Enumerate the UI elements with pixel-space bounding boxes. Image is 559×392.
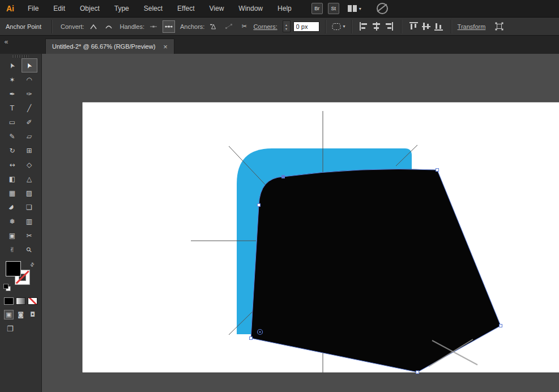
handles-show-icon <box>165 24 173 29</box>
transform-link[interactable]: Transform <box>458 23 486 30</box>
swap-fill-stroke-icon[interactable]: ⇄ <box>29 261 36 268</box>
convert-to-corner-button[interactable] <box>87 20 100 33</box>
fill-swatch[interactable] <box>6 261 21 276</box>
cut-path-button[interactable]: ✂ <box>238 20 250 33</box>
none-button[interactable] <box>28 297 37 305</box>
color-button[interactable] <box>4 297 14 305</box>
handles-hide-icon <box>150 24 157 29</box>
align-horizontal-left-icon <box>360 22 368 31</box>
width-icon: ↔ <box>9 161 15 169</box>
menu-item-object[interactable]: Object <box>72 0 107 17</box>
free-transform-tool[interactable]: ◇ <box>22 157 37 172</box>
column-graph-tool[interactable]: ▥ <box>22 214 37 228</box>
magic-wand-icon: ✶ <box>9 76 15 84</box>
screen-mode-button[interactable]: ❐ <box>7 325 14 333</box>
rectangle-tool[interactable]: ▭ <box>5 115 20 129</box>
selection-tool[interactable]: ➤ <box>5 58 20 73</box>
line-segment-tool[interactable]: ╱ <box>22 101 37 115</box>
draw-normal-button[interactable]: ▣ <box>4 310 14 319</box>
gpu-status-icon[interactable] <box>377 3 388 14</box>
anchors-label: Anchors: <box>180 23 204 30</box>
menu-item-window[interactable]: Window <box>231 0 270 17</box>
eyedropper-tool[interactable]: ◗ <box>5 200 20 214</box>
blend-tool[interactable]: ❏ <box>22 200 37 214</box>
width-tool[interactable]: ↔ <box>5 157 20 172</box>
toolbar-grip[interactable] <box>12 55 29 58</box>
collapse-panels-chevron[interactable]: « <box>4 37 8 46</box>
slice-icon: ✂ <box>26 232 32 240</box>
shape-builder-tool[interactable]: ◧ <box>5 172 20 186</box>
zoom-tool[interactable]: ⚲ <box>22 242 37 257</box>
draw-inside-button[interactable]: ◘ <box>28 310 37 319</box>
anchor-point[interactable] <box>436 169 439 172</box>
anchor-point[interactable] <box>250 337 253 340</box>
hand-tool[interactable]: ✌ <box>5 242 20 257</box>
menu-item-view[interactable]: View <box>202 0 232 17</box>
stepper-down-icon[interactable]: ▾ <box>285 27 287 31</box>
anchor-point[interactable] <box>282 176 285 178</box>
anchor-point[interactable] <box>416 371 419 374</box>
align-horizontal-center-button[interactable] <box>370 20 383 33</box>
default-fill-chip <box>3 284 8 289</box>
default-fill-stroke-icon[interactable] <box>3 284 11 291</box>
align-horizontal-left-button[interactable] <box>358 20 370 33</box>
close-tab-icon[interactable]: × <box>163 43 168 50</box>
transform-options-button[interactable] <box>493 20 505 33</box>
pencil-tool[interactable]: ✎ <box>5 129 20 143</box>
corners-input[interactable] <box>293 22 319 32</box>
handles-hide-button[interactable] <box>147 20 160 33</box>
menu-item-select[interactable]: Select <box>136 0 170 17</box>
canvas-area[interactable] <box>41 54 559 392</box>
arrange-documents-button[interactable]: ▾ <box>348 5 361 12</box>
eraser-tool[interactable]: ▱ <box>22 129 37 143</box>
artboard-tool[interactable]: ▣ <box>5 228 20 242</box>
bridge-button[interactable]: Br <box>311 3 323 14</box>
draw-behind-icon: ◙ <box>18 311 24 318</box>
corners-link[interactable]: Corners: <box>253 23 277 30</box>
align-vertical-bottom-button[interactable] <box>433 20 445 33</box>
connect-anchors-button[interactable] <box>223 20 235 33</box>
document-tab[interactable]: Untitled-2* @ 66.67% (RGB/Preview) × <box>45 39 174 54</box>
select-similar-dropdown[interactable]: ▾ <box>332 23 345 31</box>
rotate-tool[interactable]: ↻ <box>5 143 20 157</box>
menu-item-effect[interactable]: Effect <box>170 0 202 17</box>
lasso-icon: ◠ <box>26 76 32 84</box>
scale-tool[interactable]: ⊞ <box>22 143 37 157</box>
paintbrush-icon: ✐ <box>26 118 32 126</box>
type-tool[interactable]: T <box>5 101 20 115</box>
perspective-grid-tool[interactable]: △ <box>22 172 37 186</box>
draw-behind-button[interactable]: ◙ <box>16 310 25 319</box>
gradient-button[interactable] <box>16 297 25 305</box>
direct-selection-tool[interactable]: ➤ <box>22 58 37 73</box>
menu-item-type[interactable]: Type <box>107 0 136 17</box>
menu-item-file[interactable]: File <box>20 0 46 17</box>
selection-icon: ➤ <box>7 61 17 70</box>
anchor-point[interactable] <box>258 204 261 207</box>
align-vertical-top-button[interactable] <box>408 20 420 33</box>
eraser-icon: ▱ <box>27 133 32 140</box>
handles-show-button[interactable] <box>163 20 175 33</box>
paintbrush-tool[interactable]: ✐ <box>22 115 37 129</box>
remove-anchor-button[interactable] <box>207 20 220 33</box>
pen-tool[interactable]: ✒ <box>5 87 20 101</box>
corners-stepper[interactable]: ▴ ▾ <box>283 20 291 32</box>
slice-tool[interactable]: ✂ <box>22 228 37 242</box>
stepper-up-icon[interactable]: ▴ <box>285 23 287 27</box>
tools-panel: ➤➤✶◠✒✑T╱▭✐✎▱↻⊞↔◇◧△▦▨◗❏❅▥▣✂✌⚲ ⇄ ▣ ◙ ◘ <box>0 54 42 392</box>
align-vertical-middle-icon <box>422 22 430 31</box>
anchor-point[interactable] <box>500 325 502 327</box>
curvature-tool[interactable]: ✑ <box>22 87 37 101</box>
lasso-tool[interactable]: ◠ <box>22 73 37 87</box>
mesh-tool[interactable]: ▦ <box>5 186 20 200</box>
stock-button[interactable]: St <box>328 3 339 14</box>
menu-item-edit[interactable]: Edit <box>46 0 72 17</box>
align-vertical-middle-button[interactable] <box>420 20 433 33</box>
menu-item-help[interactable]: Help <box>270 0 299 17</box>
align-horizontal-right-button[interactable] <box>383 20 395 33</box>
scale-icon: ⊞ <box>26 147 32 155</box>
convert-to-smooth-button[interactable] <box>103 20 115 33</box>
symbol-sprayer-tool[interactable]: ❅ <box>5 214 20 228</box>
gradient-tool[interactable]: ▨ <box>22 186 37 200</box>
canvas-svg[interactable] <box>41 54 559 392</box>
magic-wand-tool[interactable]: ✶ <box>5 73 20 87</box>
